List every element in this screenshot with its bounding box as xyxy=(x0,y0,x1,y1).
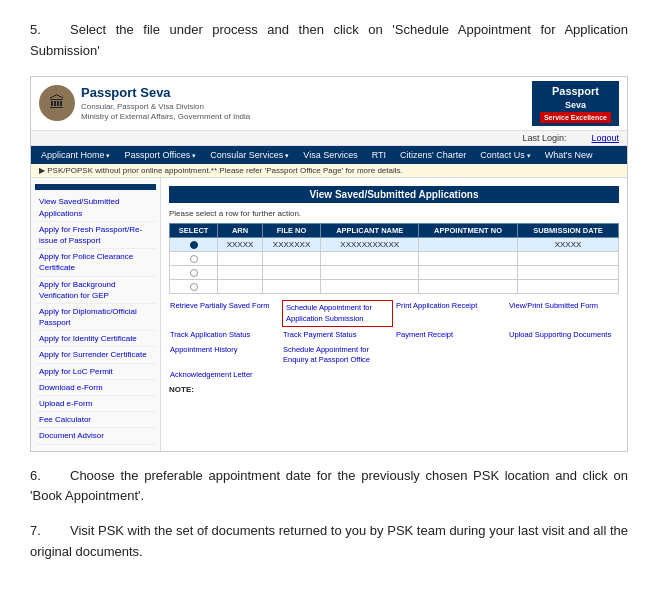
table-row[interactable] xyxy=(170,266,619,280)
step7-text: 7.Visit PSK with the set of documents re… xyxy=(30,521,628,563)
nav-rti[interactable]: RTI xyxy=(366,146,392,164)
nav-visa-services[interactable]: Visa Services xyxy=(297,146,363,164)
nav-applicant-home[interactable]: Applicant Home xyxy=(35,146,117,164)
row3-select[interactable] xyxy=(170,266,218,280)
action-print-receipt[interactable]: Print Application Receipt xyxy=(395,300,506,327)
col-appointment-no: APPOINTMENT NO xyxy=(419,224,518,238)
step7-block: 7.Visit PSK with the set of documents re… xyxy=(30,521,628,563)
ps-logo-text: Passport Seva Consular, Passport & Visa … xyxy=(81,85,250,123)
col-file-no: FILE NO xyxy=(262,224,321,238)
row2-select[interactable] xyxy=(170,252,218,266)
ps-login-bar: Last Login: Logout xyxy=(31,131,627,146)
sidebar-item-upload-eform[interactable]: Upload e-Form xyxy=(35,396,156,412)
passport-ui-mockup: 🏛 Passport Seva Consular, Passport & Vis… xyxy=(30,76,628,452)
ps-main-content: View Saved/Submitted Applications Please… xyxy=(161,178,627,450)
radio-selected[interactable] xyxy=(190,241,198,249)
ps-sidebar: View Saved/Submitted Applications Apply … xyxy=(31,178,161,450)
action-empty4 xyxy=(395,369,506,382)
ps-brand-box: Passport Seva Service Excellence xyxy=(532,81,619,127)
row1-select[interactable] xyxy=(170,238,218,252)
action-upload-docs[interactable]: Upload Supporting Documents xyxy=(508,329,619,342)
col-arn: ARN xyxy=(218,224,262,238)
action-links-area: Retrieve Partially Saved Form Schedule A… xyxy=(169,300,619,381)
step6-text: 6.Choose the preferable appointment date… xyxy=(30,466,628,508)
row1-file-no: XXXXXXX xyxy=(262,238,321,252)
row3-applicant-name xyxy=(321,266,419,280)
row2-appointment-no xyxy=(419,252,518,266)
ps-logo-area: 🏛 Passport Seva Consular, Passport & Vis… xyxy=(39,85,250,123)
sidebar-item-saved-apps[interactable]: View Saved/Submitted Applications xyxy=(35,194,156,221)
ps-instruction: Please select a row for further action. xyxy=(169,209,619,218)
ps-right-logo: Passport Seva Service Excellence xyxy=(532,81,619,127)
row3-arn xyxy=(218,266,262,280)
action-empty3 xyxy=(282,369,393,382)
action-view-submitted[interactable]: View/Print Submitted Form xyxy=(508,300,619,327)
row2-applicant-name xyxy=(321,252,419,266)
action-appointment-history[interactable]: Appointment History xyxy=(169,344,280,367)
row3-submission-date xyxy=(518,266,619,280)
col-applicant-name: APPLICANT NAME xyxy=(321,224,419,238)
action-acknowledgement[interactable]: Acknowledgement Letter xyxy=(169,369,280,382)
action-track-status[interactable]: Track Application Status xyxy=(169,329,280,342)
ps-note: NOTE: xyxy=(169,385,619,394)
ps-brand-line2: Seva xyxy=(540,99,611,112)
action-schedule-enquiry[interactable]: Schedule Appointment for Enquiry at Pass… xyxy=(282,344,393,367)
sidebar-item-background-verification[interactable]: Apply for Background Verification for GE… xyxy=(35,277,156,304)
step5-block: 5.Select the file under process and then… xyxy=(30,20,628,452)
row1-arn: XXXXX xyxy=(218,238,262,252)
step5-text: 5.Select the file under process and then… xyxy=(30,20,628,62)
col-submission-date: SUBMISSION DATE xyxy=(518,224,619,238)
row4-arn xyxy=(218,280,262,294)
ps-content-area: View Saved/Submitted Applications Apply … xyxy=(31,178,627,450)
sidebar-item-loc-permit[interactable]: Apply for LoC Permit xyxy=(35,364,156,380)
step7-number: 7. xyxy=(30,521,70,542)
ps-sidebar-header xyxy=(35,184,156,190)
sidebar-item-doc-advisor[interactable]: Document Advisor xyxy=(35,428,156,444)
ps-service-badge: Service Excellence xyxy=(540,112,611,124)
sidebar-item-download-eform[interactable]: Download e-Form xyxy=(35,380,156,396)
nav-contact-us[interactable]: Contact Us xyxy=(474,146,536,164)
sidebar-item-fee-calc[interactable]: Fee Calculator xyxy=(35,412,156,428)
ps-title: Passport Seva xyxy=(81,85,250,102)
row4-file-no xyxy=(262,280,321,294)
ps-subtitle1: Consular, Passport & Visa Division xyxy=(81,102,250,112)
ps-brand-line1: Passport xyxy=(540,84,611,99)
action-payment-receipt[interactable]: Payment Receipt xyxy=(395,329,506,342)
radio-unselected[interactable] xyxy=(190,269,198,277)
radio-unselected[interactable] xyxy=(190,255,198,263)
row4-submission-date xyxy=(518,280,619,294)
nav-passport-offices[interactable]: Passport Offices xyxy=(119,146,203,164)
action-empty5 xyxy=(508,369,619,382)
row4-applicant-name xyxy=(321,280,419,294)
sidebar-item-identity-cert[interactable]: Apply for Identity Certificate xyxy=(35,331,156,347)
table-row[interactable] xyxy=(170,280,619,294)
step5-number: 5. xyxy=(30,20,70,41)
nav-consular-services[interactable]: Consular Services xyxy=(204,146,295,164)
row2-submission-date xyxy=(518,252,619,266)
ps-emblem-icon: 🏛 xyxy=(39,85,75,121)
action-empty2 xyxy=(508,344,619,367)
row1-applicant-name: XXXXXXXXXXX xyxy=(321,238,419,252)
action-retrieve-form[interactable]: Retrieve Partially Saved Form xyxy=(169,300,280,327)
row1-appointment-no xyxy=(419,238,518,252)
row3-file-no xyxy=(262,266,321,280)
sidebar-item-diplomatic-passport[interactable]: Apply for Diplomatic/Official Passport xyxy=(35,304,156,331)
ps-alert-bar: ▶ PSK/POPSK without prior online appoint… xyxy=(31,164,627,178)
action-schedule-appointment[interactable]: Schedule Appointment for Application Sub… xyxy=(282,300,393,327)
row1-submission-date: XXXXX xyxy=(518,238,619,252)
ps-alert-text: ▶ PSK/POPSK without prior online appoint… xyxy=(39,166,403,175)
ps-header: 🏛 Passport Seva Consular, Passport & Vis… xyxy=(31,77,627,132)
sidebar-item-police-clearance[interactable]: Apply for Police Clearance Certificate xyxy=(35,249,156,276)
action-track-payment[interactable]: Track Payment Status xyxy=(282,329,393,342)
nav-citizens-charter[interactable]: Citizens' Charter xyxy=(394,146,472,164)
table-row[interactable] xyxy=(170,252,619,266)
ps-logout-link[interactable]: Logout xyxy=(591,133,619,143)
table-row[interactable]: XXXXX XXXXXXX XXXXXXXXXXX XXXXX xyxy=(170,238,619,252)
sidebar-item-fresh-passport[interactable]: Apply for Fresh Passport/Re-issue of Pas… xyxy=(35,222,156,249)
row2-file-no xyxy=(262,252,321,266)
nav-whats-new[interactable]: What's New xyxy=(539,146,599,164)
col-select: SELECT xyxy=(170,224,218,238)
row4-select[interactable] xyxy=(170,280,218,294)
sidebar-item-surrender-cert[interactable]: Apply for Surrender Certificate xyxy=(35,347,156,363)
radio-unselected[interactable] xyxy=(190,283,198,291)
